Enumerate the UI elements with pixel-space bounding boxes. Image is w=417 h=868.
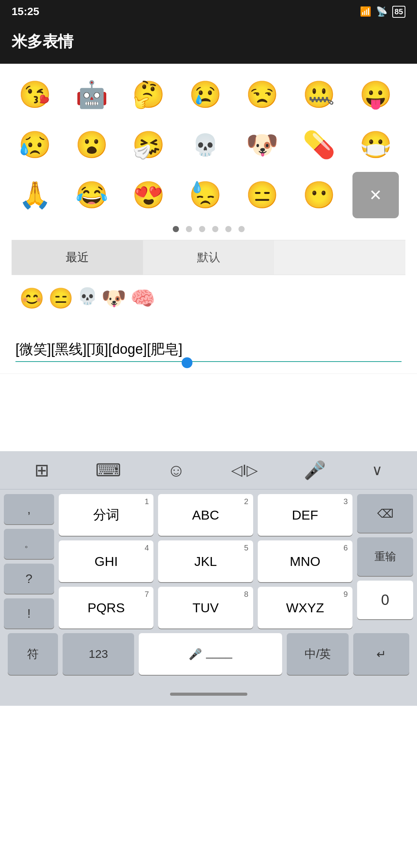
num-key[interactable]: 123 <box>63 633 134 675</box>
tab-recent[interactable]: 最近 <box>12 240 143 275</box>
key-num-9: 9 <box>344 590 348 599</box>
recent-emoji[interactable]: 💀 <box>77 287 97 310</box>
key-abc[interactable]: 2 ABC <box>158 494 253 536</box>
emoji-item[interactable]: 🤖 <box>68 71 115 118</box>
signal-icon: 📶 <box>360 6 371 17</box>
key-wxyz[interactable]: 9 WXYZ <box>258 587 352 628</box>
emoji-item[interactable]: 😶 <box>296 172 342 218</box>
emoji-item[interactable]: 😢 <box>182 71 228 118</box>
text-cursor <box>182 357 192 368</box>
lang-key[interactable]: 中/英 <box>287 633 349 675</box>
recent-emoji[interactable]: 🐶 <box>101 287 126 310</box>
tab-default[interactable]: 默认 <box>143 240 274 275</box>
emoji-item[interactable]: 😍 <box>125 172 172 218</box>
emoji-item[interactable]: 😒 <box>239 71 285 118</box>
key-ghi[interactable]: 4 GHI <box>59 540 153 582</box>
key-mno[interactable]: 6 MNO <box>258 540 352 582</box>
recent-emojis-row: 😊 😑 💀 🐶 🧠 <box>12 283 405 322</box>
question-key[interactable]: ? <box>4 564 54 594</box>
emoji-item[interactable]: 😛 <box>352 71 399 118</box>
dot-3[interactable] <box>199 226 205 232</box>
left-special-keys: , 。 ? ! <box>4 494 54 628</box>
keyboard-icon[interactable]: ⌨ <box>95 460 121 481</box>
sym-key[interactable]: 符 <box>8 633 58 675</box>
phone-keyboard: , 。 ? ! 1 分词 2 ABC 3 <box>0 489 417 683</box>
reset-key[interactable]: 重输 <box>357 537 413 576</box>
emoji-item[interactable]: 💀 <box>182 122 228 168</box>
key-label-jkl: JKL <box>194 554 217 569</box>
delete-key[interactable]: ⌫ <box>357 494 413 533</box>
emoji-item[interactable]: 💊 <box>296 122 342 168</box>
recent-emoji[interactable]: 🧠 <box>130 287 155 310</box>
app-title: 米多表情 <box>12 33 73 50</box>
hide-icon[interactable]: ∨ <box>372 462 383 479</box>
emoji-item[interactable]: 🤔 <box>125 71 172 118</box>
emoji-item[interactable]: 🐶 <box>239 122 285 168</box>
recent-emoji[interactable]: 😊 <box>19 287 44 310</box>
dot-5[interactable] <box>225 226 231 232</box>
category-tabs: 最近 默认 <box>12 240 405 275</box>
key-label-pqrs: PQRS <box>87 600 124 615</box>
emoji-delete-button[interactable]: ✕ <box>352 172 399 218</box>
title-bar: 米多表情 <box>0 23 417 64</box>
key-num-1: 1 <box>145 497 149 506</box>
key-def[interactable]: 3 DEF <box>258 494 352 536</box>
emoji-item[interactable]: 😂 <box>68 172 115 218</box>
mic-icon[interactable]: 🎤 <box>304 460 326 481</box>
dot-6[interactable] <box>238 226 245 232</box>
mic-space-icon: 🎤 <box>189 648 202 661</box>
emoji-item[interactable]: 🙏 <box>12 172 58 218</box>
emoji-item[interactable]: 😥 <box>12 122 58 168</box>
key-label-abc: ABC <box>192 508 219 523</box>
emoji-item[interactable]: 😮 <box>68 122 115 168</box>
emoji-item[interactable]: 🤧 <box>125 122 172 168</box>
space-bar: ▁▁▁▁ <box>206 649 232 659</box>
pagination-dots <box>12 226 405 232</box>
key-row-2: 4 GHI 5 JKL 6 MNO <box>59 540 352 582</box>
exclaim-key[interactable]: ! <box>4 598 54 628</box>
status-icons: 📶 📡 85 <box>360 6 405 18</box>
emoji-item[interactable]: 🤐 <box>296 71 342 118</box>
dot-2[interactable] <box>186 226 192 232</box>
home-indicator <box>170 693 247 696</box>
home-bar <box>0 683 417 706</box>
key-num-4: 4 <box>145 544 149 552</box>
recent-emoji[interactable]: 😑 <box>48 287 73 310</box>
text-input[interactable] <box>15 341 402 362</box>
zero-key[interactable]: 0 <box>357 581 413 619</box>
emoji-item[interactable]: 😓 <box>182 172 228 218</box>
kb-bottom-row: 符 123 🎤 ▁▁▁▁ 中/英 ↵ <box>4 633 413 675</box>
key-jkl[interactable]: 5 JKL <box>158 540 253 582</box>
status-bar: 15:25 📶 📡 85 <box>0 0 417 23</box>
key-row-3: 7 PQRS 8 TUV 9 WXYZ <box>59 587 352 628</box>
cursor-icon[interactable]: ◁I▷ <box>231 462 258 479</box>
time: 15:25 <box>12 5 39 18</box>
spacer <box>0 374 417 451</box>
emoji-item[interactable]: 😷 <box>352 122 399 168</box>
wifi-icon: 📡 <box>376 6 388 17</box>
dot-4[interactable] <box>212 226 218 232</box>
emoji-item[interactable]: 😘 <box>12 71 58 118</box>
comma-key[interactable]: , <box>4 494 54 524</box>
key-num-8: 8 <box>244 590 248 599</box>
key-num-2: 2 <box>244 497 248 506</box>
key-fenci[interactable]: 1 分词 <box>59 494 153 536</box>
grid-icon[interactable]: ⊞ <box>34 460 49 481</box>
enter-key[interactable]: ↵ <box>353 633 409 675</box>
main-letter-keys: 1 分词 2 ABC 3 DEF 4 GHI <box>59 494 352 628</box>
key-row-1: 1 分词 2 ABC 3 DEF <box>59 494 352 536</box>
key-tuv[interactable]: 8 TUV <box>158 587 253 628</box>
battery-indicator: 85 <box>392 6 405 18</box>
emoji-grid: 😘 🤖 🤔 😢 😒 🤐 😛 😥 😮 🤧 💀 🐶 💊 😷 🙏 😂 😍 😓 😑 😶 … <box>12 71 405 218</box>
emoji-item[interactable]: 😑 <box>239 172 285 218</box>
dot-1[interactable] <box>173 226 179 232</box>
emoji-icon[interactable]: ☺ <box>167 460 185 481</box>
space-key[interactable]: 🎤 ▁▁▁▁ <box>139 633 282 675</box>
period-key[interactable]: 。 <box>4 529 54 559</box>
key-pqrs[interactable]: 7 PQRS <box>59 587 153 628</box>
keyboard-area: ⊞ ⌨ ☺ ◁I▷ 🎤 ∨ , 。 ? ! 1 分词 <box>0 451 417 706</box>
tab-extra[interactable] <box>274 240 405 275</box>
key-num-5: 5 <box>244 544 248 552</box>
key-label-tuv: TUV <box>192 600 219 615</box>
key-label-ghi: GHI <box>94 554 117 569</box>
